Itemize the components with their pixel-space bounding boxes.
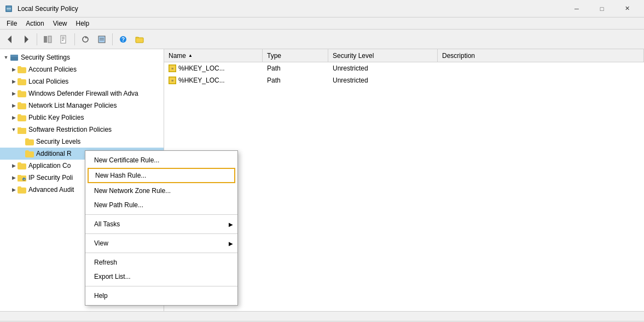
title-bar: Local Security Policy ─ □ ✕ [0, 0, 644, 17]
back-button[interactable] [2, 32, 18, 47]
context-menu-overlay[interactable]: New Certificate Rule... New Hash Rule...… [0, 49, 644, 311]
toolbar-sep-2 [74, 33, 75, 45]
ctx-label-refresh: Refresh [94, 259, 117, 266]
window-controls: ─ □ ✕ [564, 0, 640, 17]
window-title: Local Security Policy [18, 5, 564, 13]
toolbar-sep-1 [37, 33, 37, 45]
ctx-new-path-rule[interactable]: New Path Rule... [85, 198, 237, 212]
ctx-label-export: Export List... [94, 273, 131, 280]
close-button[interactable]: ✕ [614, 0, 640, 17]
context-menu: New Certificate Rule... New Hash Rule...… [85, 150, 238, 306]
ctx-sep-1 [85, 214, 237, 215]
ctx-new-hash-rule[interactable]: New Hash Rule... [88, 168, 235, 183]
ctx-new-cert-rule[interactable]: New Certificate Rule... [85, 153, 237, 167]
ctx-sep-4 [85, 286, 237, 286]
export-button[interactable] [94, 32, 109, 47]
ctx-all-tasks[interactable]: All Tasks ▶ [85, 217, 237, 231]
ctx-label-new-cert: New Certificate Rule... [94, 156, 159, 164]
svg-rect-15 [136, 38, 143, 43]
ctx-view[interactable]: View ▶ [85, 236, 237, 250]
main-content: ▼ Security Settings ▶ Account Policies ▶ [0, 49, 644, 311]
ctx-export-list[interactable]: Export List... [85, 270, 237, 284]
svg-text:?: ? [121, 37, 125, 43]
menu-help[interactable]: Help [72, 19, 94, 28]
ctx-arrow-all-tasks: ▶ [229, 221, 233, 227]
menu-bar: File Action View Help [0, 17, 644, 30]
help-button[interactable]: ? [115, 32, 131, 47]
ctx-label-new-network: New Network Zone Rule... [94, 187, 171, 195]
svg-rect-4 [48, 36, 51, 43]
ctx-label-all-tasks: All Tasks [94, 220, 120, 228]
menu-action[interactable]: Action [21, 19, 48, 28]
toolbar: ? [0, 30, 644, 49]
ctx-sep-3 [85, 253, 237, 253]
minimize-button[interactable]: ─ [564, 0, 589, 17]
scrollbar-area [0, 311, 644, 321]
ctx-refresh[interactable]: Refresh [85, 255, 237, 270]
menu-view[interactable]: View [49, 19, 72, 28]
ctx-sep-2 [85, 233, 237, 234]
folder-button[interactable] [132, 32, 147, 47]
ctx-label-new-hash: New Hash Rule... [95, 172, 146, 179]
forward-button[interactable] [19, 32, 34, 47]
maximize-button[interactable]: □ [589, 0, 614, 17]
ctx-arrow-view: ▶ [229, 241, 233, 247]
toolbar-sep-3 [112, 33, 113, 45]
show-hide-button[interactable] [40, 32, 55, 47]
menu-file[interactable]: File [2, 19, 21, 28]
svg-rect-5 [61, 36, 66, 43]
ctx-label-new-path: New Path Rule... [94, 201, 143, 209]
svg-rect-3 [44, 36, 47, 43]
ctx-label-view: View [94, 239, 108, 247]
refresh-button[interactable] [78, 32, 93, 47]
ctx-new-network-zone-rule[interactable]: New Network Zone Rule... [85, 184, 237, 198]
properties-button[interactable] [56, 32, 72, 47]
svg-rect-10 [98, 36, 105, 43]
ctx-help[interactable]: Help [85, 289, 237, 303]
app-icon [4, 4, 13, 13]
ctx-label-help: Help [94, 292, 108, 300]
